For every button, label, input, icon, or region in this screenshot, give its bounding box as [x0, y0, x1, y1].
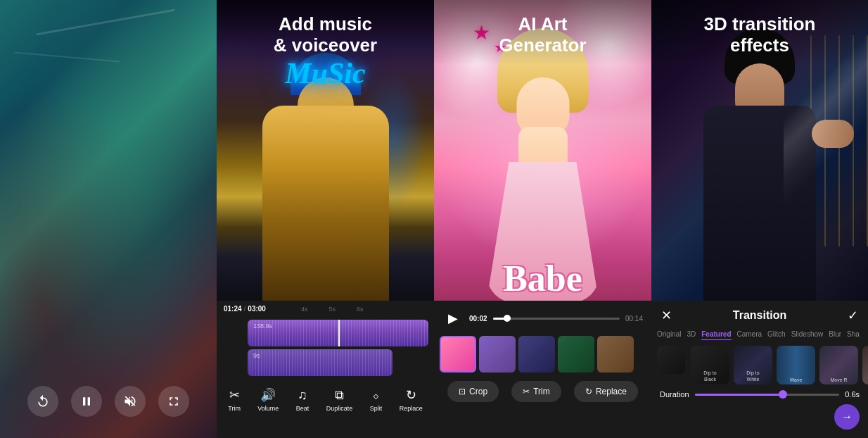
- thumbnail-1[interactable]: [440, 336, 476, 373]
- tab-3d[interactable]: 3D: [687, 329, 696, 340]
- transition-tabs: Original 3D Featured Camera Glitch Slide…: [651, 327, 868, 344]
- trim-icon: ✂: [229, 387, 240, 403]
- tab-original[interactable]: Original: [657, 329, 681, 340]
- duration-control: Duration 0.6s: [651, 386, 868, 403]
- volume-label: Volume: [257, 405, 279, 412]
- music-editor-bottom: 01:24 / 03:00 4s 5s 6s ♪ 138.9s: [217, 301, 434, 438]
- volume-icon: 🔊: [260, 387, 276, 403]
- crop-button[interactable]: ⊡ Crop: [447, 381, 499, 402]
- transition-thumb-move-r[interactable]: Move R: [819, 346, 858, 384]
- tool-volume[interactable]: 🔊 Volume: [257, 387, 279, 412]
- duration-label: Duration: [660, 390, 689, 399]
- pause-button[interactable]: [71, 386, 102, 417]
- thumbnail-3[interactable]: [518, 336, 555, 373]
- fullscreen-icon: [167, 394, 181, 408]
- playback-progress[interactable]: [493, 318, 620, 320]
- beat-icon: ♫: [298, 388, 307, 403]
- timeline-header: 01:24 / 03:00 4s 5s 6s: [217, 301, 434, 317]
- trim-label: Trim: [228, 405, 241, 412]
- transition-panel-title: Transition: [733, 309, 786, 322]
- mute-button[interactable]: [115, 386, 146, 417]
- duration-slider[interactable]: [695, 394, 840, 396]
- audio-track-1[interactable]: 138.9s: [248, 320, 428, 346]
- panel2-header: Add music & voiceover: [217, 0, 434, 65]
- replace-label: Replace: [400, 405, 423, 412]
- tick-3: 6s: [357, 306, 364, 313]
- track-waves-2: [248, 349, 392, 376]
- replace-button[interactable]: ↻ Replace: [574, 381, 638, 402]
- timeline-ticks: 4s 5s 6s: [273, 306, 392, 313]
- replace-icon: ↻: [585, 387, 592, 396]
- transition-thumb-5[interactable]: [862, 346, 868, 384]
- tool-trim[interactable]: ✂ Trim: [228, 387, 241, 412]
- transition-editor-bottom: ✕ Transition ✓ Original 3D Featured Came…: [651, 301, 868, 438]
- panel-ai-art: ★ ★ Babe AI Art Generator ▶ 00:02 00:14: [434, 0, 651, 438]
- editor-toolbar: ✂ Trim 🔊 Volume ♫ Beat ⧉ Duplicate ⬦ Spl…: [217, 382, 434, 415]
- tool-replace[interactable]: ↻ Replace: [400, 387, 423, 412]
- transition-thumb-dip-black-2[interactable]: Dip toBlack: [691, 346, 729, 384]
- apply-transition-button[interactable]: →: [834, 404, 860, 430]
- tab-slideshow[interactable]: Slideshow: [791, 329, 824, 340]
- close-button[interactable]: ✕: [661, 308, 672, 323]
- thumb-dip-black-label: Dip toBlack: [703, 370, 716, 382]
- thumbnail-2[interactable]: [479, 336, 516, 373]
- duplicate-label: Duplicate: [326, 405, 353, 412]
- tab-glitch[interactable]: Glitch: [767, 329, 786, 340]
- playback-bar: ▶ 00:02 00:14: [434, 301, 651, 333]
- transition-thumbnails: Dip toBlack Dip toWhite Wave Move R: [651, 344, 868, 386]
- transition-thumb-dip-white[interactable]: Dip toWhite: [734, 346, 772, 384]
- trim-button[interactable]: ✂ Trim: [511, 381, 561, 402]
- playback-current-time: 00:02: [469, 315, 487, 323]
- tab-sha[interactable]: Sha: [847, 329, 860, 340]
- trim-label: Trim: [533, 387, 550, 396]
- transition-thumb-dip-black[interactable]: [657, 346, 685, 374]
- current-time: 01:24: [224, 305, 242, 313]
- panel4-title: 3D transition effects: [663, 14, 857, 56]
- panel3-title: AI Art Generator: [445, 14, 640, 56]
- panel2-title: Add music & voiceover: [228, 14, 423, 56]
- video-controls: [0, 386, 217, 417]
- fullscreen-button[interactable]: [158, 386, 189, 417]
- audio-track-2[interactable]: 9s: [248, 349, 392, 376]
- duration-thumb: [779, 390, 787, 399]
- beat-label: Beat: [296, 405, 309, 412]
- tool-beat[interactable]: ♫ Beat: [296, 388, 309, 412]
- crop-label: Crop: [469, 387, 487, 396]
- confirm-button[interactable]: ✓: [848, 308, 858, 323]
- thumbnail-4[interactable]: [558, 336, 594, 373]
- tab-camera[interactable]: Camera: [737, 329, 762, 340]
- singer-body: [262, 106, 389, 303]
- panel-overlay: [0, 0, 217, 438]
- tool-duplicate[interactable]: ⧉ Duplicate: [326, 388, 353, 412]
- transition-panel-header: ✕ Transition ✓: [651, 301, 868, 327]
- duplicate-icon: ⧉: [335, 388, 344, 403]
- playback-total-time: 00:14: [625, 315, 643, 323]
- transition-thumb-wave[interactable]: Wave: [777, 346, 815, 384]
- track-label-2: 9s: [253, 352, 260, 359]
- tab-blur[interactable]: Blur: [829, 329, 841, 340]
- tool-split[interactable]: ⬦ Split: [370, 388, 383, 412]
- panel3-header: AI Art Generator: [434, 0, 651, 65]
- panel3-actions: ⊡ Crop ✂ Trim ↻ Replace: [434, 375, 651, 408]
- split-label: Split: [370, 405, 383, 412]
- audio-tracks-container: ♪ 138.9s 9s: [217, 317, 434, 382]
- tick-2: 5s: [328, 306, 336, 313]
- apply-icon: →: [841, 411, 853, 423]
- play-button[interactable]: ▶: [442, 308, 464, 329]
- duration-value: 0.6s: [845, 390, 860, 399]
- thumbnail-strip: [434, 333, 651, 375]
- restart-button[interactable]: [27, 386, 58, 417]
- total-time: 03:00: [248, 305, 266, 313]
- panel-video-player: [0, 0, 217, 438]
- tick-1: 4s: [301, 306, 308, 313]
- replace-icon: ↻: [406, 387, 416, 403]
- trim-scissors-icon: ✂: [523, 387, 530, 396]
- thumb-move-r-label: Move R: [830, 377, 847, 382]
- restart-icon: [36, 394, 50, 408]
- tab-featured[interactable]: Featured: [701, 329, 731, 340]
- panel4-header: 3D transition effects: [651, 0, 868, 65]
- progress-thumb: [504, 315, 511, 322]
- split-icon: ⬦: [372, 388, 380, 403]
- thumbnail-5[interactable]: [597, 336, 634, 373]
- panel-music: MuSic Add music & voiceover 01:24 / 03:0…: [217, 0, 434, 438]
